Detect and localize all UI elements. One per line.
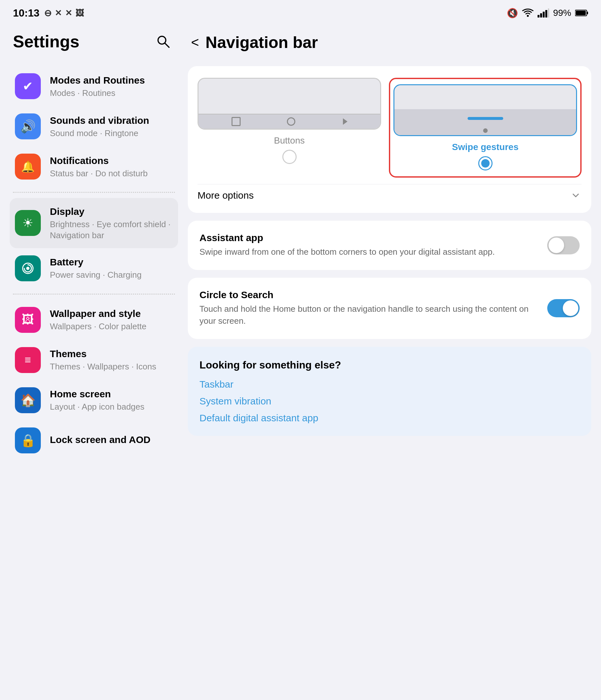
gesture-handle-blue <box>468 117 503 120</box>
modes-routines-subtitle: Modes · Routines <box>50 88 173 99</box>
nav-mode-options: Buttons <box>198 78 581 178</box>
svg-rect-4 <box>545 10 547 18</box>
themes-icon: ≡ <box>15 347 41 373</box>
sidebar-item-notifications[interactable]: 🔔 Notifications Status bar · Do not dist… <box>10 147 178 187</box>
nav-mode-card: Buttons <box>188 66 591 213</box>
battery-subtitle: Power saving · Charging <box>50 270 173 281</box>
status-time: 10:13 <box>13 7 40 19</box>
circle-to-search-row: Circle to Search Touch and hold the Home… <box>200 290 580 327</box>
detail-title: Navigation bar <box>206 33 318 52</box>
sidebar-item-battery[interactable]: Battery Power saving · Charging <box>10 248 178 289</box>
more-options-row[interactable]: More options <box>198 184 581 203</box>
notifications-title: Notifications <box>50 154 173 167</box>
wallpaper-icon: 🖼 <box>15 307 41 333</box>
status-icon-3: ✕ <box>65 8 72 18</box>
circle-to-search-toggle[interactable] <box>547 299 580 317</box>
assistant-app-subtitle: Swipe inward from one of the bottom corn… <box>200 246 540 258</box>
home-btn-preview <box>287 117 295 126</box>
more-options-chevron-icon <box>570 190 581 201</box>
settings-title: Settings <box>13 32 79 51</box>
swipe-gestures-radio[interactable] <box>478 156 493 171</box>
system-vibration-link[interactable]: System vibration <box>200 396 580 407</box>
buttons-nav-bar <box>199 114 380 129</box>
sounds-vibration-icon: 🔊 <box>15 114 41 139</box>
assistant-app-row: Assistant app Swipe inward from one of t… <box>200 232 580 258</box>
notifications-subtitle: Status bar · Do not disturb <box>50 168 173 179</box>
signal-icon <box>538 8 549 18</box>
svg-rect-8 <box>576 11 586 15</box>
sidebar-item-display[interactable]: ☀ Display Brightness · Eye comfort shiel… <box>10 198 178 248</box>
svg-point-12 <box>26 267 29 270</box>
assistant-app-card: Assistant app Swipe inward from one of t… <box>188 221 591 270</box>
status-right: 🔇 99% <box>507 8 588 19</box>
back-btn-preview <box>232 117 241 126</box>
nav-mode-swipe-gestures[interactable]: Swipe gestures <box>389 78 581 178</box>
svg-rect-1 <box>538 15 540 18</box>
buttons-radio[interactable] <box>282 150 296 164</box>
divider-2 <box>13 294 175 295</box>
lock-screen-icon: 🔒 <box>15 427 41 453</box>
status-bar: 10:13 ⊖ ✕ ✕ 🖼 🔇 99% <box>0 0 601 23</box>
circle-to-search-subtitle: Touch and hold the Home button or the na… <box>200 303 540 327</box>
recents-btn-preview <box>343 118 347 125</box>
default-digital-assistant-link[interactable]: Default digital assistant app <box>200 412 580 424</box>
battery-title: Battery <box>50 256 173 268</box>
sidebar-item-modes-routines[interactable]: ✔ Modes and Routines Modes · Routines <box>10 66 178 106</box>
circle-to-search-card: Circle to Search Touch and hold the Home… <box>188 278 591 339</box>
swipe-gestures-preview <box>393 84 577 136</box>
taskbar-link[interactable]: Taskbar <box>200 379 580 390</box>
search-icon <box>155 34 171 49</box>
settings-panel: Settings ✔ Modes and Routines Modes · Ro… <box>10 30 178 694</box>
assistant-app-title: Assistant app <box>200 232 540 243</box>
display-subtitle: Brightness · Eye comfort shield · Naviga… <box>50 219 173 241</box>
gesture-dot-preview <box>483 128 488 133</box>
more-options-label: More options <box>198 190 254 201</box>
battery-svg-icon <box>21 261 35 275</box>
search-button[interactable] <box>152 30 175 53</box>
buttons-preview <box>198 78 381 130</box>
status-icon-2: ✕ <box>55 8 62 18</box>
assistant-app-toggle-thumb <box>549 238 564 253</box>
circle-to-search-title: Circle to Search <box>200 290 540 300</box>
modes-routines-title: Modes and Routines <box>50 74 173 86</box>
svg-rect-5 <box>548 8 549 18</box>
sidebar-item-wallpaper[interactable]: 🖼 Wallpaper and style Wallpapers · Color… <box>10 300 178 340</box>
battery-percentage: 99% <box>553 8 571 18</box>
home-screen-subtitle: Layout · App icon badges <box>50 402 173 412</box>
sounds-vibration-subtitle: Sound mode · Ringtone <box>50 128 173 139</box>
status-icon-4: 🖼 <box>75 8 84 18</box>
svg-line-10 <box>165 43 169 47</box>
status-icon-1: ⊖ <box>44 8 51 19</box>
wallpaper-subtitle: Wallpapers · Color palette <box>50 321 173 332</box>
svg-rect-7 <box>587 12 588 14</box>
sounds-vibration-title: Sounds and vibration <box>50 114 173 127</box>
display-title: Display <box>50 205 173 218</box>
themes-subtitle: Themes · Wallpapers · Icons <box>50 361 173 372</box>
main-layout: Settings ✔ Modes and Routines Modes · Ro… <box>0 23 601 700</box>
battery-icon <box>575 9 588 17</box>
looking-title: Looking for something else? <box>200 359 580 371</box>
assistant-app-toggle[interactable] <box>547 236 580 254</box>
themes-title: Themes <box>50 347 173 360</box>
nav-mode-buttons[interactable]: Buttons <box>198 78 381 178</box>
detail-header: < Navigation bar <box>188 30 591 58</box>
modes-routines-icon: ✔ <box>15 73 41 99</box>
wifi-icon <box>522 8 534 18</box>
home-screen-icon: 🏠 <box>15 387 41 413</box>
circle-to-search-toggle-thumb <box>563 300 578 316</box>
svg-rect-3 <box>543 12 545 18</box>
sidebar-item-themes[interactable]: ≡ Themes Themes · Wallpapers · Icons <box>10 340 178 380</box>
sidebar-item-sounds-vibration[interactable]: 🔊 Sounds and vibration Sound mode · Ring… <box>10 106 178 147</box>
sidebar-item-home-screen[interactable]: 🏠 Home screen Layout · App icon badges <box>10 380 178 420</box>
swipe-gestures-radio-inner <box>481 159 490 168</box>
notifications-icon: 🔔 <box>15 154 41 179</box>
status-left: 10:13 ⊖ ✕ ✕ 🖼 <box>13 7 84 19</box>
back-button[interactable]: < <box>191 35 199 50</box>
status-notification-icons: ⊖ ✕ ✕ 🖼 <box>44 8 84 19</box>
looking-card: Looking for something else? Taskbar Syst… <box>188 347 591 436</box>
sidebar-item-lock-screen[interactable]: 🔒 Lock screen and AOD <box>10 420 178 460</box>
divider-1 <box>13 192 175 193</box>
swipe-gestures-label: Swipe gestures <box>452 142 518 152</box>
settings-header: Settings <box>10 30 178 53</box>
lock-screen-title: Lock screen and AOD <box>50 433 173 446</box>
